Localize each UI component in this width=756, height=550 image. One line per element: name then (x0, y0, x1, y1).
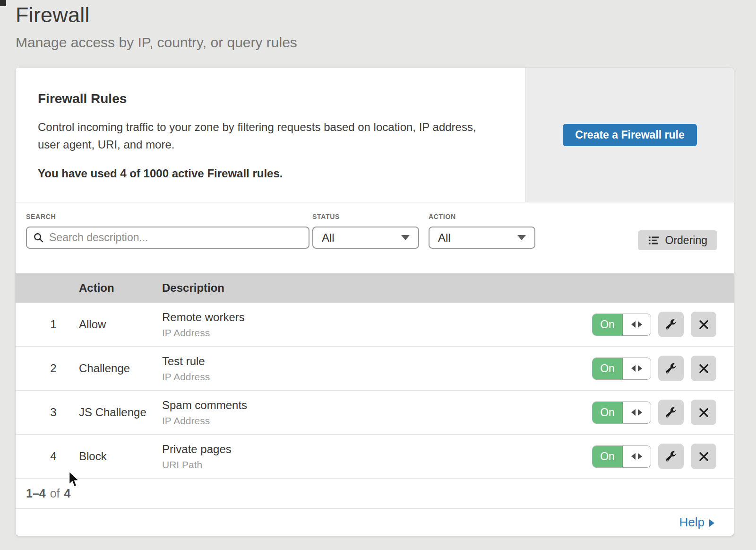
delete-rule-button[interactable] (691, 400, 716, 425)
pagination-range: 1–4 (26, 487, 46, 500)
create-rule-panel: Create a Firewall rule (525, 68, 734, 202)
page-subtitle: Manage access by IP, country, or query r… (16, 35, 297, 51)
close-x-icon (699, 320, 709, 330)
rule-title: Test rule (162, 355, 210, 368)
close-x-icon (699, 364, 709, 374)
rule-description: Private pages URI Path (162, 443, 232, 471)
section-description: Control incoming traffic to your zone by… (38, 118, 487, 153)
rule-action: Block (79, 435, 107, 478)
firewall-rules-card: Firewall Rules Control incoming traffic … (16, 68, 734, 536)
rule-priority: 1 (44, 303, 63, 346)
edit-rule-button[interactable] (658, 356, 684, 381)
table-row: 2 Challenge Test rule IP Address On (16, 347, 734, 391)
window-corner-artifact (0, 0, 6, 6)
rule-enabled-toggle[interactable]: On (592, 314, 651, 336)
filters-bar: SEARCH STATUS All ACTION All (16, 202, 734, 273)
table-row: 4 Block Private pages URI Path On (16, 435, 734, 479)
delete-rule-button[interactable] (691, 356, 716, 381)
ordered-list-icon (648, 235, 660, 246)
rule-priority: 2 (44, 347, 63, 390)
arrow-right-icon (709, 519, 714, 527)
pagination-of: of (50, 487, 60, 500)
rule-enabled-toggle[interactable]: On (592, 402, 651, 424)
table-row: 1 Allow Remote workers IP Address On (16, 303, 734, 347)
close-x-icon (699, 408, 709, 418)
rule-title: Private pages (162, 443, 232, 456)
table-header: Action Description (16, 273, 734, 303)
edit-rule-button[interactable] (658, 444, 684, 469)
wrench-icon (666, 363, 677, 374)
toggle-arrows-icon (623, 446, 651, 467)
status-label: STATUS (312, 213, 419, 220)
rule-description: Remote workers IP Address (162, 311, 245, 339)
wrench-icon (666, 407, 677, 418)
help-link[interactable]: Help (679, 515, 714, 530)
rule-enabled-toggle[interactable]: On (592, 358, 651, 380)
rule-type: IP Address (162, 415, 247, 427)
rule-description: Spam comments IP Address (162, 399, 247, 427)
close-x-icon (699, 452, 709, 462)
page-title: Firewall (16, 3, 297, 27)
toggle-on-label: On (593, 314, 623, 335)
rule-title: Spam comments (162, 399, 247, 412)
rule-controls: On (592, 391, 716, 434)
action-label: ACTION (429, 213, 535, 220)
search-label: SEARCH (26, 213, 309, 220)
toggle-on-label: On (593, 402, 623, 423)
toggle-arrows-icon (623, 358, 651, 379)
column-header-action: Action (79, 273, 114, 303)
search-input-wrap[interactable] (26, 227, 309, 249)
toggle-arrows-icon (623, 314, 651, 335)
search-input[interactable] (48, 231, 302, 244)
rule-priority: 4 (44, 435, 63, 478)
edit-rule-button[interactable] (658, 400, 684, 425)
search-filter-group: SEARCH (26, 213, 309, 249)
search-icon (33, 232, 44, 243)
status-selected-value: All (322, 231, 335, 244)
pagination-bar: 1–4 of 4 (16, 479, 734, 509)
rule-controls: On (592, 435, 716, 478)
rule-controls: On (592, 303, 716, 346)
toggle-arrows-icon (623, 402, 651, 423)
status-select[interactable]: All (312, 227, 419, 249)
card-footer: Help (16, 509, 734, 536)
firewall-rules-intro: Firewall Rules Control incoming traffic … (16, 68, 525, 202)
action-filter-group: ACTION All (429, 213, 535, 249)
delete-rule-button[interactable] (691, 312, 716, 337)
chevron-down-icon (517, 235, 526, 240)
rule-type: URI Path (162, 459, 232, 471)
action-select[interactable]: All (429, 227, 535, 249)
toggle-on-label: On (593, 358, 623, 379)
status-filter-group: STATUS All (312, 213, 419, 249)
column-header-description: Description (162, 273, 224, 303)
wrench-icon (666, 319, 677, 330)
rule-type: IP Address (162, 327, 245, 339)
rule-type: IP Address (162, 371, 210, 383)
page-header: Firewall Manage access by IP, country, o… (16, 3, 297, 51)
toggle-on-label: On (593, 446, 623, 467)
rule-action: Allow (79, 303, 106, 346)
rule-action: Challenge (79, 347, 130, 390)
rule-enabled-toggle[interactable]: On (592, 445, 651, 468)
section-heading: Firewall Rules (38, 91, 503, 106)
chevron-down-icon (401, 235, 410, 240)
firewall-rules-intro-section: Firewall Rules Control incoming traffic … (16, 68, 734, 202)
rule-title: Remote workers (162, 311, 245, 324)
create-firewall-rule-button[interactable]: Create a Firewall rule (563, 124, 696, 146)
help-link-label: Help (679, 515, 704, 530)
rule-priority: 3 (44, 391, 63, 434)
ordering-button[interactable]: Ordering (638, 230, 717, 250)
rule-controls: On (592, 347, 716, 390)
wrench-icon (666, 451, 677, 462)
rule-description: Test rule IP Address (162, 355, 210, 383)
mouse-cursor (68, 471, 81, 490)
action-selected-value: All (438, 231, 451, 244)
rules-table-body: 1 Allow Remote workers IP Address On (16, 303, 734, 479)
ordering-button-label: Ordering (665, 234, 707, 247)
delete-rule-button[interactable] (691, 444, 716, 469)
table-row: 3 JS Challenge Spam comments IP Address … (16, 391, 734, 435)
edit-rule-button[interactable] (658, 312, 684, 337)
rules-usage-text: You have used 4 of 1000 active Firewall … (38, 167, 503, 180)
rule-action: JS Challenge (79, 391, 146, 434)
